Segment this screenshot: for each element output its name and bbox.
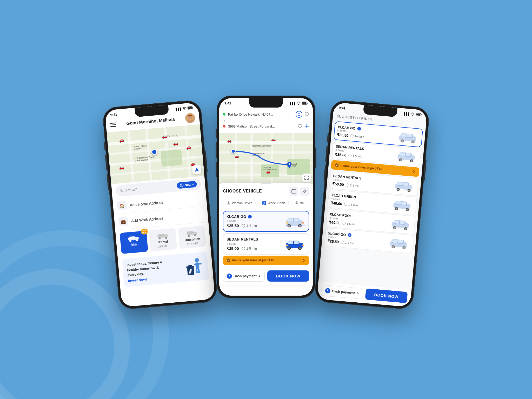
vehicle-seats-1: 4 Seats <box>227 219 282 222</box>
vehicle-time-1: 1-4 min <box>242 224 257 228</box>
ride-info-0[interactable]: i <box>357 127 361 131</box>
svg-rect-65 <box>421 114 422 115</box>
location-inputs: Fairfax Drive Newark, NJ 07... 3963 Matt… <box>219 106 313 133</box>
book-now-button-3[interactable]: BOOK NOW <box>365 288 408 303</box>
status-icons-1: ▐▐▐ <box>175 106 193 111</box>
svg-rect-20 <box>194 264 196 265</box>
ride-time-0: 1-4 min <box>355 135 364 138</box>
wheelchair-label: Wheel Chair <box>268 201 285 205</box>
baby-chip[interactable]: Ba... <box>291 199 310 207</box>
vehicle-section-title: CHOOSE VEHICLE <box>223 189 262 194</box>
to-dot <box>223 125 225 128</box>
svg-rect-113 <box>398 240 403 243</box>
woman-driver-chip[interactable]: Woman Driver <box>223 199 256 207</box>
filter-chips: Woman Driver ♿ Wheel Chair Ba... <box>219 198 313 210</box>
menu-button[interactable] <box>110 123 116 127</box>
svg-rect-112 <box>392 239 398 243</box>
calendar-button[interactable] <box>289 187 298 196</box>
svg-point-56 <box>288 247 290 249</box>
vehicle-price-row-1: ₹25.50 1-4 min <box>227 223 282 228</box>
cash-label-3: Cash payment <box>332 289 355 295</box>
insurance-banner-2[interactable]: Insure your rides at just ₹15 <box>223 256 309 265</box>
time-3: 9:41 <box>339 106 346 110</box>
vehicle-time-2: 1-5 min <box>242 247 257 250</box>
swap-button[interactable] <box>296 111 302 118</box>
ride-time-1: 1-5 min <box>353 154 362 158</box>
ride-option-ride[interactable]: 10%OFF Ride <box>120 231 148 254</box>
signal-3: ▐▐▐ <box>403 112 409 116</box>
outstation-label: Outstation <box>184 237 200 242</box>
svg-rect-97 <box>401 202 407 205</box>
ride-info-5[interactable]: i <box>348 233 351 237</box>
work-icon: 💼 <box>118 216 128 227</box>
insurance-arrow <box>302 258 305 262</box>
ride-price-1: ₹35.00 <box>335 152 347 157</box>
vehicle-card-sedan[interactable]: SEDAN RENTALS 4 Seats ₹35.00 1-5 min <box>223 233 309 255</box>
phones-container: 9:41 ▐▐▐ Good Morning, Melissa <box>110 98 422 301</box>
wheelchair-chip[interactable]: ♿ Wheel Chair <box>258 199 289 207</box>
choose-vehicle-header: CHOOSE VEHICLE <box>219 184 313 198</box>
work-address-label: Add Work Address <box>131 216 163 223</box>
svg-rect-31 <box>302 102 306 104</box>
to-location-row[interactable]: 3963 Mattson Street Portland... <box>223 123 309 131</box>
add-stop-icon[interactable] <box>304 124 309 129</box>
now-button[interactable]: Now ▾ <box>177 181 197 189</box>
cash-icon-2: ₹ <box>227 274 232 279</box>
from-location-row[interactable]: Fairfax Drive Newark, NJ 07... <box>223 109 309 120</box>
cash-payment-3[interactable]: ₹ Cash payment <box>321 285 363 299</box>
vehicle-price-1: ₹25.50 <box>227 223 239 228</box>
ride-time-5: 1-4 min <box>345 241 355 245</box>
phone-choose-vehicle: 9:41 ▐▐▐ Fairfax Drive Newark, NJ 07... <box>217 96 315 298</box>
ride-label: Ride <box>130 242 137 247</box>
svg-rect-59 <box>288 241 293 244</box>
cash-payment-2[interactable]: ₹ Cash payment <box>223 271 265 282</box>
insurance-text-3: Insure your rides at just ₹15 <box>335 163 382 171</box>
baby-label: Ba... <box>300 201 307 205</box>
ride-price-0: ₹25.50 <box>337 132 349 138</box>
promo-text: Invest today. Secure ahealthy tomorrow &… <box>127 260 163 278</box>
svg-rect-89 <box>403 182 408 186</box>
wheelchair-icon: ♿ <box>262 201 266 205</box>
book-now-button-2[interactable]: BOOK NOW <box>267 270 309 282</box>
svg-rect-105 <box>400 221 405 224</box>
vehicle-name-1: XLCAB GO <box>227 215 246 219</box>
battery-3 <box>416 113 422 117</box>
ride-badge: 10%OFF <box>141 229 148 235</box>
avatar[interactable] <box>185 113 196 123</box>
home-icon: 🏠 <box>117 201 127 211</box>
signal-2: ▐▐▐ <box>289 102 295 105</box>
ride-price-3: ₹40.00 <box>331 201 342 206</box>
notch-2 <box>249 98 283 108</box>
status-icons-2: ▐▐▐ <box>289 102 308 105</box>
wifi-3 <box>410 112 415 116</box>
svg-rect-19 <box>195 262 200 269</box>
svg-rect-22 <box>196 269 198 273</box>
ride-time-2: 2-5 min <box>350 184 360 188</box>
edit-button[interactable] <box>300 187 309 196</box>
info-icon-1[interactable]: i <box>248 215 252 218</box>
woman-driver-label: Woman Driver <box>232 201 252 205</box>
bottom-bar-2: ₹ Cash payment BOOK NOW <box>219 267 313 285</box>
vehicle-name-2: SEDAN RENTALS <box>227 237 258 241</box>
vehicle-actions <box>289 187 309 196</box>
cash-label-2: Cash payment <box>234 274 257 278</box>
vehicle-info-1: XLCAB GO i 4 Seats ₹25.50 1-4 min <box>227 215 282 228</box>
rental-discount: 15% OFF <box>158 244 169 248</box>
ride-option-outstation[interactable]: Outstation 25% OFF <box>178 225 206 249</box>
vehicle-card-xlcab-go[interactable]: XLCAB GO i 4 Seats ₹25.50 1-4 min <box>223 211 309 232</box>
vehicle-info-2: SEDAN RENTALS 4 Seats ₹35.00 1-5 min <box>227 237 282 251</box>
wifi-1 <box>182 107 186 110</box>
cash-icon-3: ₹ <box>325 288 331 294</box>
map-area-1: Royal Hills Aprtments US Bonneville Powe… <box>107 124 204 184</box>
svg-rect-48 <box>288 218 293 222</box>
woman-driver-icon <box>227 201 230 205</box>
time-2: 9:41 <box>224 101 231 105</box>
expand-map-button[interactable] <box>302 174 311 182</box>
heart-icon-1[interactable] <box>304 112 309 117</box>
ride-price-5: ₹25.50 <box>327 239 339 244</box>
rides-list: XLCAB GO i 4 Seats ₹25.50 1-4 min <box>319 120 426 281</box>
ride-option-rental[interactable]: Rental 15% OFF <box>149 228 177 251</box>
svg-rect-2 <box>192 107 193 108</box>
svg-rect-49 <box>294 218 299 222</box>
heart-icon-2[interactable] <box>298 124 302 129</box>
